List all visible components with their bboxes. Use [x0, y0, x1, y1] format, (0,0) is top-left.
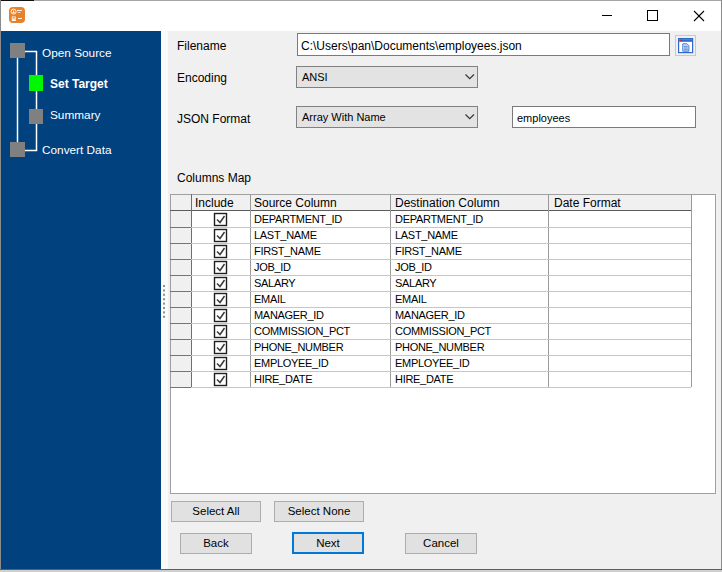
svg-text:EMAIL: EMAIL — [395, 293, 427, 305]
svg-text:HIRE_DATE: HIRE_DATE — [395, 373, 453, 385]
svg-text:COMMISSION_PCT: COMMISSION_PCT — [395, 325, 492, 337]
svg-text:Destination Column: Destination Column — [395, 196, 500, 210]
svg-text:EMPLOYEE_ID: EMPLOYEE_ID — [395, 357, 470, 369]
svg-text:JOB_ID: JOB_ID — [254, 261, 291, 273]
svg-text:FIRST_NAME: FIRST_NAME — [395, 245, 462, 257]
svg-text:SALARY: SALARY — [395, 277, 437, 289]
svg-text:DEPARTMENT_ID: DEPARTMENT_ID — [254, 213, 342, 225]
svg-text:EMPLOYEE_ID: EMPLOYEE_ID — [254, 357, 329, 369]
svg-text:MANAGER_ID: MANAGER_ID — [395, 309, 465, 321]
svg-text:PHONE_NUMBER: PHONE_NUMBER — [254, 341, 344, 353]
svg-text:SALARY: SALARY — [254, 277, 296, 289]
svg-text:DEPARTMENT_ID: DEPARTMENT_ID — [395, 213, 483, 225]
svg-text:Include: Include — [195, 196, 234, 210]
svg-text:FIRST_NAME: FIRST_NAME — [254, 245, 321, 257]
svg-text:Date Format: Date Format — [554, 196, 621, 210]
svg-text:LAST_NAME: LAST_NAME — [395, 229, 458, 241]
svg-text:MANAGER_ID: MANAGER_ID — [254, 309, 324, 321]
svg-text:PHONE_NUMBER: PHONE_NUMBER — [395, 341, 485, 353]
svg-text:LAST_NAME: LAST_NAME — [254, 229, 317, 241]
svg-text:JOB_ID: JOB_ID — [395, 261, 432, 273]
svg-text:COMMISSION_PCT: COMMISSION_PCT — [254, 325, 351, 337]
svg-text:EMAIL: EMAIL — [254, 293, 286, 305]
svg-text:HIRE_DATE: HIRE_DATE — [254, 373, 312, 385]
svg-text:Source Column: Source Column — [254, 196, 337, 210]
